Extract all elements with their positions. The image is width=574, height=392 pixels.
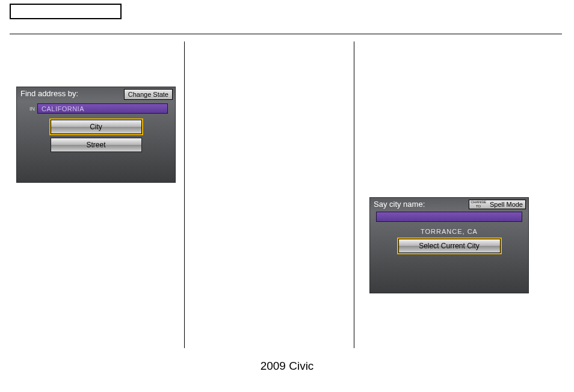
screen-title: Find address by: <box>20 89 78 98</box>
state-row: IN CALIFORNIA <box>24 103 168 114</box>
column-divider-1 <box>184 41 185 348</box>
page-footer: 2009 Civic <box>0 360 574 373</box>
nav-screen-say-city: Say city name: CHANGETO Spell Mode TORRA… <box>369 197 529 293</box>
horizontal-rule <box>10 34 562 34</box>
screen-title: Say city name: <box>374 200 425 209</box>
spell-mode-label: Spell Mode <box>487 201 525 208</box>
change-state-button[interactable]: Change State <box>124 89 173 100</box>
spell-mode-button[interactable]: CHANGETO Spell Mode <box>469 200 526 209</box>
header-placeholder-box <box>10 4 122 19</box>
city-button[interactable]: City <box>51 120 142 134</box>
select-current-city-button[interactable]: Select Current City <box>398 239 501 253</box>
in-label: IN <box>24 106 35 112</box>
change-to-label: CHANGETO <box>469 200 487 209</box>
current-city-label: TORRANCE, CA <box>370 228 528 235</box>
column-divider-2 <box>354 41 354 348</box>
street-button[interactable]: Street <box>51 138 142 152</box>
nav-screen-find-address: Find address by: Change State IN CALIFOR… <box>16 87 176 183</box>
nav-titlebar: Say city name: CHANGETO Spell Mode <box>370 198 528 210</box>
nav-titlebar: Find address by: Change State <box>17 87 175 101</box>
city-input-field[interactable] <box>376 212 522 222</box>
state-field[interactable]: CALIFORNIA <box>37 103 168 114</box>
